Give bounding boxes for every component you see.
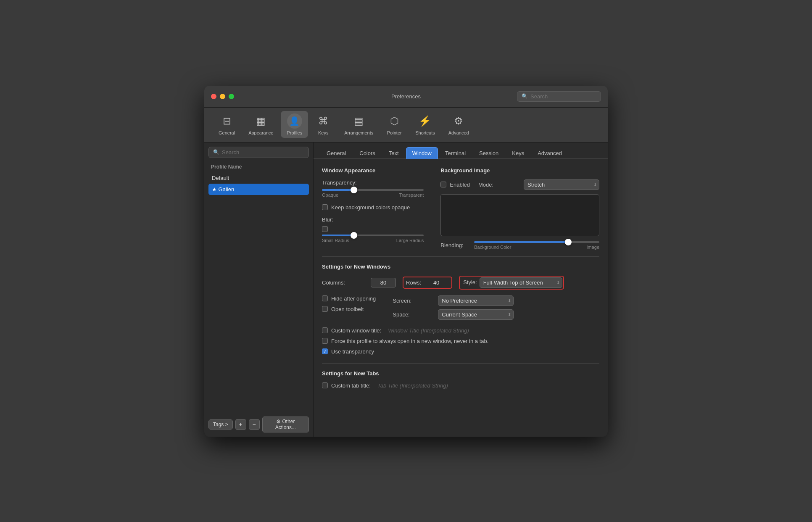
left-checkboxes: Hide after opening Open toolbelt [322, 295, 376, 324]
toolbar-label-general: General [219, 130, 235, 135]
profile-item-default[interactable]: Default [208, 172, 309, 184]
use-transparency-row: Use transparency [322, 348, 599, 355]
blending-track [474, 241, 599, 243]
transparency-thumb[interactable] [351, 187, 357, 193]
blending-slider[interactable]: Background Color Image [474, 241, 599, 250]
window-title: Preferences [391, 93, 421, 100]
tab-advanced[interactable]: Advanced [531, 147, 568, 159]
blur-slider[interactable]: Small Radius Large Radius [322, 235, 424, 243]
blending-labels: Background Color Image [474, 245, 599, 250]
other-actions-button[interactable]: ⚙ Other Actions... [262, 417, 309, 432]
tags-button[interactable]: Tags > [208, 419, 233, 430]
toolbar-item-advanced[interactable]: ⚙ Advanced [443, 111, 475, 138]
blending-thumb[interactable] [565, 239, 572, 245]
search-input[interactable] [530, 93, 596, 100]
open-toolbelt-row: Open toolbelt [322, 306, 376, 312]
screen-select-wrapper[interactable]: No Preference Screen with Cursor Main Sc… [438, 295, 514, 306]
custom-tab-title-row: Custom tab title: Tab Title (Interpolate… [322, 382, 599, 389]
background-image-title: Background Image [440, 167, 599, 174]
bg-image-enabled-row: Enabled Mode: Stretch Tile Scale to Fill… [440, 179, 599, 190]
hide-after-opening-label: Hide after opening [331, 295, 376, 302]
tab-session[interactable]: Session [473, 147, 505, 159]
blur-fill [322, 235, 353, 236]
blur-checkbox[interactable] [322, 226, 328, 232]
transparency-label-left: Opaque [322, 192, 338, 198]
tab-keys[interactable]: Keys [506, 147, 530, 159]
keep-bg-opaque-row: Keep background colors opaque [322, 204, 424, 211]
tab-text[interactable]: Text [382, 147, 405, 159]
transparency-slider[interactable]: Opaque Transparent [322, 189, 424, 198]
toolbar-item-arrangements[interactable]: ▤ Arrangements [338, 111, 379, 138]
pointer-icon: ⬡ [387, 113, 402, 129]
add-profile-button[interactable]: + [235, 419, 246, 430]
profile-item-gallen[interactable]: ★ Gallen [208, 184, 309, 195]
advanced-icon: ⚙ [451, 113, 466, 129]
use-transparency-checkbox[interactable] [322, 348, 328, 354]
toolbar-item-keys[interactable]: ⌘ Keys [310, 111, 337, 138]
toolbar-label-keys: Keys [318, 130, 328, 135]
close-button[interactable] [211, 94, 216, 99]
screen-row: Screen: No Preference Screen with Cursor… [393, 295, 514, 306]
rows-highlight: Rows: [403, 277, 452, 289]
transparency-label: Transparency: [322, 179, 424, 186]
search-icon: 🔍 [522, 93, 528, 99]
toolbar-label-profiles: Profiles [287, 130, 302, 135]
space-select[interactable]: Current Space All Spaces [438, 309, 514, 320]
style-select[interactable]: Full-Width Top of Screen Normal Full-Wid… [480, 277, 562, 288]
preferences-window: Preferences 🔍 ⊟ General ▦ Appearance 👤 P… [204, 86, 608, 437]
space-select-wrapper[interactable]: Current Space All Spaces [438, 309, 514, 320]
blending-label-left: Background Color [474, 245, 511, 250]
rows-input[interactable] [424, 278, 449, 287]
search-bar[interactable]: 🔍 [517, 91, 601, 102]
maximize-button[interactable] [229, 94, 234, 99]
force-new-window-row: Force this profile to always open in a n… [322, 338, 599, 344]
bg-image-enabled-checkbox[interactable] [440, 182, 446, 187]
right-selects: Screen: No Preference Screen with Cursor… [393, 295, 514, 324]
keep-bg-opaque-checkbox[interactable] [322, 204, 328, 210]
window-appearance-title: Window Appearance [322, 167, 424, 174]
toolbar-item-general[interactable]: ⊟ General [213, 111, 241, 138]
new-tabs-title: Settings for New Tabs [322, 370, 599, 377]
columns-input[interactable] [371, 278, 396, 287]
screen-select[interactable]: No Preference Screen with Cursor Main Sc… [438, 295, 514, 306]
open-toolbelt-checkbox[interactable] [322, 306, 328, 312]
custom-tab-title-label: Custom tab title: [331, 382, 371, 389]
bg-image-enabled-label: Enabled [450, 182, 470, 188]
tab-window[interactable]: Window [406, 147, 438, 159]
tab-general[interactable]: General [320, 147, 352, 159]
custom-window-title-checkbox[interactable] [322, 327, 328, 333]
blur-thumb[interactable] [351, 232, 357, 239]
toolbar-label-advanced: Advanced [448, 130, 469, 135]
toolbar-item-profiles[interactable]: 👤 Profiles [281, 111, 308, 138]
custom-tab-title-placeholder: Tab Title (Interpolated String) [377, 382, 448, 389]
bg-image-mode-select-wrapper[interactable]: Stretch Tile Scale to Fill Scale to Fit [524, 179, 599, 190]
toolbar-item-appearance[interactable]: ▦ Appearance [243, 111, 279, 138]
divider-2 [322, 363, 599, 364]
sidebar-search[interactable]: 🔍 [208, 147, 309, 158]
titlebar: Preferences 🔍 [204, 86, 608, 108]
minimize-button[interactable] [220, 94, 225, 99]
use-transparency-label: Use transparency [331, 348, 374, 355]
columns-label: Columns: [322, 279, 364, 286]
toolbar-item-pointer[interactable]: ⬡ Pointer [381, 111, 408, 138]
tab-terminal[interactable]: Terminal [439, 147, 472, 159]
hide-after-opening-checkbox[interactable] [322, 295, 328, 301]
sidebar-search-input[interactable] [222, 149, 304, 156]
blending-row: Blending: Background Color Image [440, 241, 599, 250]
hide-after-opening-row: Hide after opening [322, 295, 376, 302]
profile-header: Profile Name [208, 162, 309, 172]
bg-image-mode-select[interactable]: Stretch Tile Scale to Fill Scale to Fit [524, 179, 599, 190]
style-select-wrapper[interactable]: Full-Width Top of Screen Normal Full-Wid… [480, 277, 562, 288]
window-appearance-col: Window Appearance Transparency: Opaque T… [322, 167, 424, 250]
remove-profile-button[interactable]: − [249, 419, 260, 430]
space-row: Space: Current Space All Spaces [393, 309, 514, 320]
shortcuts-icon: ⚡ [417, 113, 432, 129]
screen-label: Screen: [393, 298, 435, 304]
force-new-window-label: Force this profile to always open in a n… [331, 338, 488, 344]
toolbar-item-shortcuts[interactable]: ⚡ Shortcuts [409, 111, 440, 138]
appearance-icon: ▦ [253, 113, 269, 129]
tab-colors[interactable]: Colors [353, 147, 382, 159]
transparency-fill [322, 189, 353, 191]
custom-tab-title-checkbox[interactable] [322, 382, 328, 388]
force-new-window-checkbox[interactable] [322, 338, 328, 344]
